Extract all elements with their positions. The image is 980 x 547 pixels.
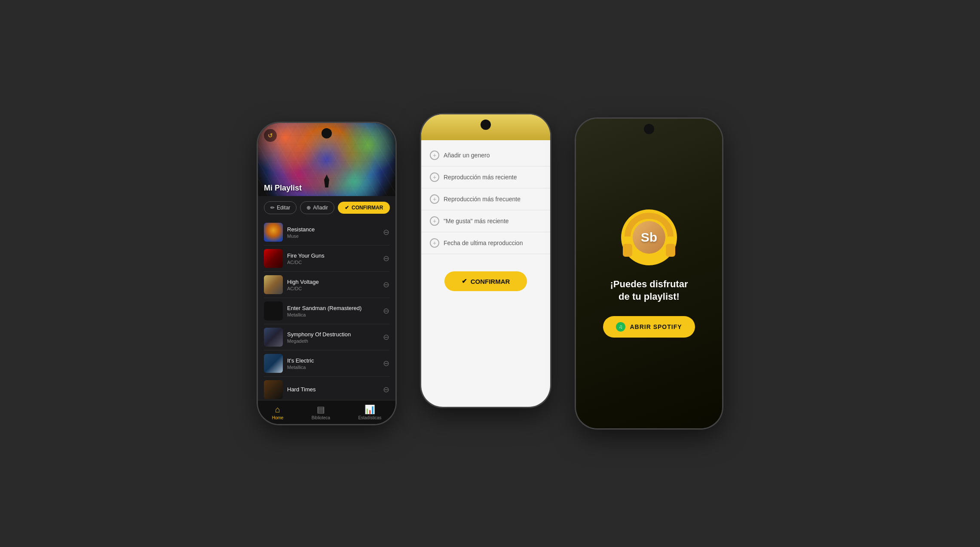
filter-item-2[interactable]: + Reproducción más reciente [421, 166, 550, 188]
nav-estadisticas-label: Estadísticas [358, 415, 381, 420]
add-button[interactable]: ⊕ Añadir [300, 201, 334, 214]
song-thumb-4 [264, 301, 283, 320]
phone-playlist: ↺ Mi Playlist ✏ Editar ⊕ Añadir ✔ CONFIR… [258, 123, 395, 424]
filter-plus-icon-1: + [430, 151, 439, 160]
filter-label-5: Fecha de ultima reproduccion [444, 240, 523, 246]
remove-icon-2[interactable]: ⊖ [383, 254, 389, 263]
song-list: Resistance Muse ⊖ Fire Your Guns AC/DC ⊖… [258, 219, 395, 403]
filter-plus-icon-5: + [430, 238, 439, 248]
phone-filter: + Añadir un genero + Reproducción más re… [421, 114, 550, 407]
edit-button[interactable]: ✏ Editar [264, 201, 297, 214]
song-item-5[interactable]: Symphony Of Destruction Megadeth ⊖ [264, 324, 389, 350]
app-logo: Sb [621, 209, 677, 265]
filter-item-3[interactable]: + Reproducción más frecuente [421, 188, 550, 210]
song-item-1[interactable]: Resistance Muse ⊖ [264, 219, 389, 246]
song-thumb-7 [264, 380, 283, 399]
nav-home-label: Home [272, 415, 284, 420]
song-title-6: It's Electric [287, 357, 379, 364]
nav-estadisticas[interactable]: 📊 Estadísticas [358, 404, 381, 420]
confirm-check-icon-2: ✔ [462, 277, 467, 285]
confirm-button-2[interactable]: ✔ CONFIRMAR [444, 271, 527, 291]
song-thumb-3 [264, 275, 283, 294]
song-info-5: Symphony Of Destruction Megadeth [287, 331, 379, 344]
remove-icon-1[interactable]: ⊖ [383, 227, 389, 237]
playlist-title: Mi Playlist [264, 184, 302, 193]
confirm-button[interactable]: ✔ CONFIRMAR [338, 202, 390, 214]
nav-biblioteca-label: Biblioteca [312, 415, 330, 420]
song-title-1: Resistance [287, 226, 379, 233]
song-title-7: Hard Times [287, 386, 379, 393]
song-artist-6: Metallica [287, 365, 379, 370]
song-artist-3: AC/DC [287, 286, 379, 291]
nav-biblioteca[interactable]: ▤ Biblioteca [312, 404, 330, 420]
enjoy-message: ¡Puedes disfrutar de tu playlist! [610, 278, 688, 303]
song-item-2[interactable]: Fire Your Guns AC/DC ⊖ [264, 246, 389, 272]
song-thumb-1 [264, 223, 283, 242]
hero-figure [324, 175, 329, 187]
filter-label-1: Añadir un genero [444, 152, 490, 159]
filter-label-4: "Me gusta" más reciente [444, 218, 509, 224]
filter-item-1[interactable]: + Añadir un genero [421, 144, 550, 166]
song-thumb-5 [264, 328, 283, 347]
open-spotify-button[interactable]: ♫ ABRIR SPOTIFY [603, 316, 695, 338]
filter-label-2: Reproducción más reciente [444, 174, 517, 181]
song-info-1: Resistance Muse [287, 226, 379, 239]
phone-success: Sb ¡Puedes disfrutar de tu playlist! ♫ A… [576, 119, 722, 428]
song-item-7[interactable]: Hard Times ⊖ [264, 377, 389, 403]
filter-plus-icon-2: + [430, 172, 439, 182]
headphone-ear-left [623, 244, 632, 257]
remove-icon-3[interactable]: ⊖ [383, 280, 389, 289]
song-thumb-6 [264, 354, 283, 373]
spotify-icon: ♫ [616, 322, 625, 332]
filter-plus-icon-4: + [430, 216, 439, 226]
stats-icon: 📊 [364, 404, 375, 415]
song-artist-2: AC/DC [287, 260, 379, 265]
song-info-2: Fire Your Guns AC/DC [287, 252, 379, 265]
filter-item-5[interactable]: + Fecha de ultima reproduccion [421, 232, 550, 254]
library-icon: ▤ [317, 404, 325, 415]
remove-icon-7[interactable]: ⊖ [383, 385, 389, 394]
filter-list: + Añadir un genero + Reproducción más re… [421, 140, 550, 258]
filter-label-3: Reproducción más frecuente [444, 196, 521, 203]
song-title-4: Enter Sandman (Remastered) [287, 305, 379, 311]
song-item-4[interactable]: Enter Sandman (Remastered) Metallica ⊖ [264, 298, 389, 324]
song-thumb-2 [264, 249, 283, 268]
filter-item-4[interactable]: + "Me gusta" más reciente [421, 210, 550, 232]
song-artist-1: Muse [287, 234, 379, 239]
song-title-5: Symphony Of Destruction [287, 331, 379, 338]
song-title-2: Fire Your Guns [287, 252, 379, 259]
song-info-3: High Voltage AC/DC [287, 279, 379, 291]
edit-icon: ✏ [270, 205, 275, 211]
add-icon: ⊕ [306, 205, 311, 211]
song-artist-5: Megadeth [287, 338, 379, 344]
confirm-check-icon: ✔ [345, 205, 349, 211]
headphone-graphic: Sb [621, 209, 677, 265]
notch-2 [481, 120, 491, 130]
filter-plus-icon-3: + [430, 194, 439, 204]
logo-text: Sb [633, 221, 665, 254]
remove-icon-4[interactable]: ⊖ [383, 306, 389, 316]
action-bar: ✏ Editar ⊕ Añadir ✔ CONFIRMAR [258, 196, 395, 219]
notch-3 [644, 124, 654, 134]
remove-icon-5[interactable]: ⊖ [383, 332, 389, 342]
confirm-area: ✔ CONFIRMAR [421, 258, 550, 304]
song-item-3[interactable]: High Voltage AC/DC ⊖ [264, 272, 389, 298]
song-item-6[interactable]: It's Electric Metallica ⊖ [264, 350, 389, 377]
home-icon: ⌂ [275, 405, 280, 415]
headphone-ear-right [666, 244, 675, 257]
song-artist-4: Metallica [287, 312, 379, 317]
back-button[interactable]: ↺ [264, 129, 277, 142]
song-info-6: It's Electric Metallica [287, 357, 379, 370]
notch [322, 128, 332, 138]
nav-home[interactable]: ⌂ Home [272, 405, 284, 420]
song-info-4: Enter Sandman (Remastered) Metallica [287, 305, 379, 317]
remove-icon-6[interactable]: ⊖ [383, 359, 389, 368]
bottom-nav: ⌂ Home ▤ Biblioteca 📊 Estadísticas [258, 400, 395, 424]
song-title-3: High Voltage [287, 279, 379, 285]
open-spotify-label: ABRIR SPOTIFY [630, 323, 682, 330]
song-info-7: Hard Times [287, 386, 379, 393]
